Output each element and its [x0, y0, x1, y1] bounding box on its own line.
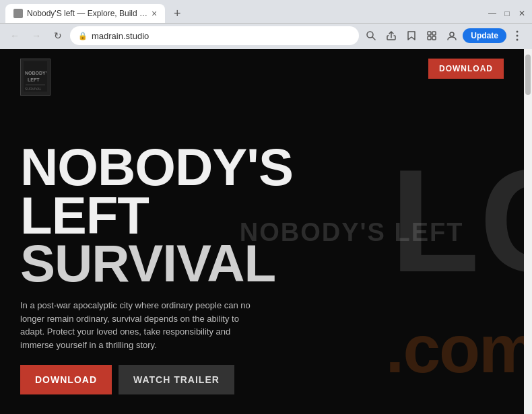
watch-trailer-button[interactable]: WATCH TRAILER	[119, 365, 234, 394]
url-text: madrain.studio	[92, 31, 351, 41]
website: LC .com NOBODY'S LEFT SURVIVAL D	[0, 49, 524, 414]
scrollbar-thumb[interactable]	[525, 55, 531, 95]
description-text: In a post-war apocalyptic city where ord…	[20, 299, 263, 351]
toolbar-icons: Update	[362, 26, 527, 45]
share-icon[interactable]	[382, 26, 401, 45]
game-logo-text: NOBODY'S LEFT SURVIVAL	[24, 61, 47, 94]
title-line-2: LEFT	[20, 192, 293, 240]
svg-point-7	[517, 31, 519, 33]
tabs-area: Nobody'S left — Explore, Build … × +	[5, 4, 187, 23]
download-cta-button[interactable]: DOWNLOAD	[20, 365, 112, 394]
svg-text:SURVIVAL: SURVIVAL	[25, 87, 41, 91]
game-logo: NOBODY'S LEFT SURVIVAL	[20, 59, 51, 96]
window-controls: — □ ✕	[488, 9, 527, 18]
logo-watermark: LC	[389, 125, 524, 303]
address-bar-row: ← → ↻ 🔒 madrain.studio	[0, 24, 532, 49]
tab-title: Nobody'S left — Explore, Build …	[27, 9, 147, 18]
cta-buttons: DOWNLOAD WATCH TRAILER	[20, 365, 293, 394]
svg-text:LEFT: LEFT	[28, 77, 40, 82]
browser-viewport: LC .com NOBODY'S LEFT SURVIVAL D	[0, 49, 532, 414]
profile-icon[interactable]	[442, 26, 461, 45]
svg-rect-2	[428, 32, 431, 35]
svg-rect-3	[432, 32, 436, 35]
browser-chrome: Nobody'S left — Explore, Build … × + — □…	[0, 0, 532, 49]
address-bar[interactable]: 🔒 madrain.studio	[70, 26, 359, 45]
svg-text:LC: LC	[391, 139, 524, 300]
tab-close-button[interactable]: ×	[152, 9, 157, 18]
title-bar: Nobody'S left — Explore, Build … × + — □…	[0, 0, 532, 23]
title-block: NOBODY'S LEFT SURVIVAL	[20, 143, 293, 288]
svg-point-6	[450, 32, 454, 36]
page-content: LC .com NOBODY'S LEFT SURVIVAL D	[0, 49, 524, 414]
update-button[interactable]: Update	[463, 28, 506, 43]
svg-rect-4	[428, 36, 431, 40]
refresh-button[interactable]: ↻	[48, 26, 67, 45]
bookmark-icon[interactable]	[402, 26, 421, 45]
svg-text:NOBODY'S: NOBODY'S	[25, 71, 47, 75]
browser-menu-button[interactable]	[508, 26, 527, 45]
search-icon[interactable]	[362, 26, 380, 45]
com-watermark: .com	[386, 310, 524, 388]
minimize-button[interactable]: —	[488, 9, 497, 18]
scrollbar[interactable]	[524, 49, 532, 414]
svg-rect-5	[432, 36, 436, 40]
new-tab-button[interactable]: +	[168, 4, 187, 23]
active-tab[interactable]: Nobody'S left — Explore, Build … ×	[5, 4, 165, 23]
title-line-1: NOBODY'S	[20, 143, 293, 192]
title-line-3: SURVIVAL	[20, 240, 293, 288]
close-button[interactable]: ✕	[517, 9, 527, 18]
back-button[interactable]: ←	[5, 26, 24, 45]
svg-point-9	[517, 39, 519, 41]
forward-button[interactable]: →	[27, 26, 46, 45]
maximize-button[interactable]: □	[502, 9, 512, 18]
main-content: NOBODY'S LEFT SURVIVAL In a post-war apo…	[20, 143, 293, 394]
svg-point-8	[517, 35, 519, 37]
lock-icon: 🔒	[78, 32, 88, 40]
tab-favicon	[13, 9, 23, 18]
extension-icon[interactable]	[422, 26, 441, 45]
svg-line-1	[372, 37, 375, 40]
download-top-button[interactable]: DOWNLOAD	[428, 59, 504, 79]
